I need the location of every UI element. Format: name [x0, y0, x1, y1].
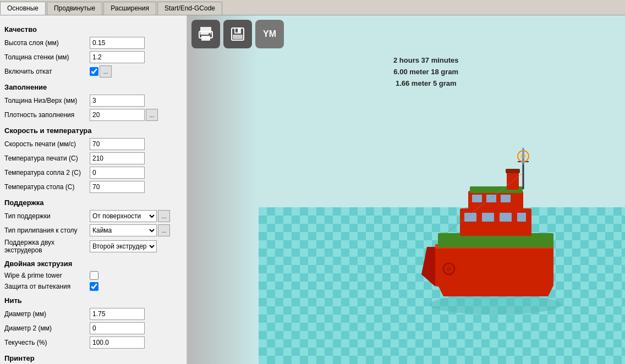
- svg-rect-20: [517, 213, 526, 222]
- svg-rect-22: [472, 195, 482, 202]
- bottom-top-thickness-label: Толщина Низ/Верх (мм): [4, 97, 90, 104]
- diameter-input[interactable]: [90, 308, 145, 320]
- printer-section-title: Принтер: [4, 354, 182, 362]
- ramp-decoration: [187, 15, 259, 364]
- wipe-prime-tower-checkbox[interactable]: [90, 271, 98, 280]
- svg-rect-13: [435, 247, 553, 286]
- diameter2-label: Диаметр 2 (мм): [4, 324, 90, 332]
- tab-startend[interactable]: Start/End-GCode: [157, 2, 222, 15]
- ooze-shield-checkbox[interactable]: [90, 282, 98, 291]
- nozzle2-temp-input[interactable]: [90, 167, 145, 179]
- wall-thickness-input[interactable]: [90, 51, 145, 63]
- layer-height-row: Высота слоя (мм): [4, 37, 182, 49]
- support-type-label: Тип поддержки: [4, 212, 90, 220]
- toolbar-icons: YM: [191, 20, 284, 48]
- tab-basic[interactable]: Основные: [0, 2, 46, 15]
- fill-density-dots-button[interactable]: ...: [146, 109, 158, 121]
- adhesion-type-select-group: Кайма Нет Рафт ...: [90, 224, 170, 236]
- adhesion-type-dots-button[interactable]: ...: [158, 224, 170, 236]
- diameter2-input[interactable]: [90, 322, 145, 334]
- support-section-title: Поддержка: [4, 198, 182, 207]
- retraction-checkbox[interactable]: [90, 67, 98, 76]
- support-type-dots-button[interactable]: ...: [158, 210, 170, 222]
- tab-bar: Основные Продвинутые Расширения Start/En…: [0, 0, 625, 15]
- svg-rect-24: [501, 195, 511, 202]
- adhesion-type-select[interactable]: Кайма Нет Рафт: [90, 224, 157, 236]
- print-speed-row: Скорость печати (мм/с): [4, 138, 182, 150]
- retraction-row: Включить откат ...: [4, 65, 182, 78]
- print-time: 2 hours 37 minutes: [393, 55, 458, 67]
- save-icon-button[interactable]: [223, 20, 252, 48]
- print-speed-input[interactable]: [90, 138, 145, 150]
- print-icon-button[interactable]: [191, 20, 220, 48]
- adhesion-type-row: Тип прилипания к столу Кайма Нет Рафт ..…: [4, 224, 182, 236]
- 3d-model: [405, 142, 581, 320]
- bed-temp-row: Температура стола (С): [4, 181, 182, 193]
- tab-extensions[interactable]: Расширения: [103, 2, 156, 15]
- fill-density-label: Плотность заполнения: [4, 111, 90, 119]
- diameter-row: Диаметр (мм): [4, 308, 182, 320]
- svg-marker-34: [421, 247, 435, 286]
- layer-height-input[interactable]: [90, 37, 145, 49]
- bed-temp-label: Температура стола (С): [4, 183, 90, 191]
- settings-panel: Качество Высота слоя (мм) Толщина стенки…: [0, 15, 187, 364]
- bottom-top-thickness-row: Толщина Низ/Верх (мм): [4, 95, 182, 107]
- support-type-row: Тип поддержки От поверхности Нет Везде .…: [4, 210, 182, 222]
- svg-rect-10: [233, 35, 243, 39]
- fill-density-row: Плотность заполнения ...: [4, 109, 182, 121]
- svg-rect-23: [486, 195, 496, 202]
- svg-point-36: [446, 266, 452, 272]
- print-temp-label: Температура печати (С): [4, 155, 90, 162]
- diameter-label: Диаметр (мм): [4, 310, 90, 318]
- svg-rect-18: [482, 213, 494, 222]
- print-temp-row: Температура печати (С): [4, 152, 182, 164]
- svg-rect-16: [460, 208, 531, 236]
- svg-point-12: [430, 295, 562, 315]
- nozzle2-temp-row: Температура сопла 2 (С): [4, 167, 182, 179]
- print-filament2: 1.66 meter 5 gram: [393, 78, 458, 90]
- support-type-select[interactable]: От поверхности Нет Везде: [90, 210, 157, 222]
- tab-advanced[interactable]: Продвинутые: [47, 2, 102, 15]
- bed-temp-input[interactable]: [90, 181, 145, 193]
- adhesion-type-label: Тип прилипания к столу: [4, 227, 90, 234]
- svg-point-7: [209, 33, 211, 35]
- svg-rect-19: [500, 213, 512, 222]
- svg-rect-26: [507, 171, 519, 190]
- ooze-shield-row: Защита от вытекания: [4, 282, 182, 291]
- 3d-view-panel: YM 2 hours 37 minutes 6.00 meter 18 gram…: [187, 15, 625, 364]
- main-content: Качество Высота слоя (мм) Толщина стенки…: [0, 15, 625, 364]
- quality-section-title: Качество: [4, 25, 182, 34]
- dual-extruder-support-row: Поддержка двух экструдеров Второй экстру…: [4, 239, 182, 254]
- svg-rect-27: [506, 169, 520, 173]
- bottom-top-thickness-input[interactable]: [90, 95, 145, 107]
- flow-rate-row: Текучесть (%): [4, 337, 182, 349]
- wall-thickness-label: Толщина стенки (мм): [4, 53, 90, 61]
- retraction-label: Включить откат: [4, 68, 90, 75]
- nozzle2-temp-label: Температура сопла 2 (С): [4, 169, 90, 177]
- flow-rate-label: Текучесть (%): [4, 339, 90, 346]
- fill-section-title: Заполнение: [4, 83, 182, 91]
- svg-rect-6: [201, 36, 210, 41]
- svg-point-33: [520, 153, 526, 159]
- diameter2-row: Диаметр 2 (мм): [4, 322, 182, 334]
- support-type-select-group: От поверхности Нет Везде ...: [90, 210, 170, 222]
- ym-text: YM: [263, 29, 276, 39]
- wall-thickness-row: Толщина стенки (мм): [4, 51, 182, 63]
- dual-extruder-support-label: Поддержка двух экструдеров: [4, 239, 90, 254]
- filament-section-title: Нить: [4, 296, 182, 305]
- print-temp-input[interactable]: [90, 152, 145, 164]
- print-filament1: 6.00 meter 18 gram: [393, 67, 458, 78]
- retraction-dots-button[interactable]: ...: [100, 65, 112, 78]
- wipe-prime-tower-label: Wipe & prime tower: [4, 272, 90, 279]
- dual-section-title: Двойная экструзия: [4, 260, 182, 268]
- fill-density-input[interactable]: [90, 109, 145, 121]
- print-speed-label: Скорость печати (мм/с): [4, 140, 90, 148]
- flow-rate-input[interactable]: [90, 337, 145, 349]
- speed-section-title: Скорость и температура: [4, 126, 182, 135]
- svg-rect-11: [235, 29, 238, 32]
- dual-extruder-support-select[interactable]: Второй экструдер Первый экструдер Оба: [90, 240, 157, 252]
- wipe-prime-tower-row: Wipe & prime tower: [4, 271, 182, 280]
- ooze-shield-label: Защита от вытекания: [4, 283, 90, 290]
- ym-icon-button[interactable]: YM: [255, 20, 284, 48]
- layer-height-label: Высота слоя (мм): [4, 39, 90, 47]
